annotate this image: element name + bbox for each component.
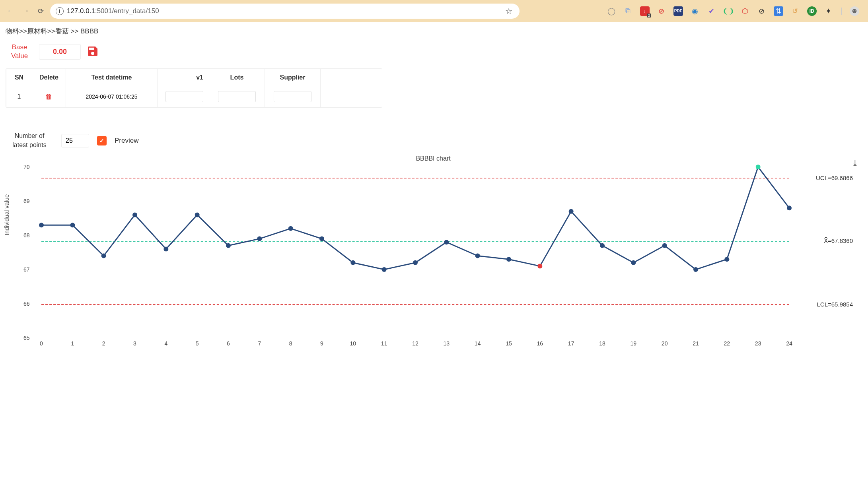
ext-hex-icon[interactable]: ⬡ — [740, 6, 750, 16]
v1-input[interactable] — [165, 91, 203, 102]
ext-arrows-icon[interactable]: ⇅ — [774, 6, 783, 16]
x-tick: 18 — [599, 340, 605, 347]
ext-noentry-icon[interactable]: ⊘ — [757, 6, 767, 16]
data-point[interactable] — [288, 226, 293, 231]
data-point[interactable] — [101, 254, 106, 258]
datetime-input[interactable] — [74, 91, 150, 102]
x-tick: 8 — [289, 340, 292, 347]
ext-puzzle-icon[interactable]: ✦ — [824, 6, 833, 16]
bookmark-star-icon[interactable]: ☆ — [505, 6, 512, 16]
x-tick: 5 — [196, 340, 199, 347]
chart-title: BBBBI chart — [6, 155, 861, 162]
data-table: SN Delete Test datetime v1 Lots Supplier… — [6, 68, 382, 108]
data-point[interactable] — [444, 240, 449, 244]
x-tick: 1 — [71, 340, 74, 347]
x-tick: 15 — [506, 340, 512, 347]
x-tick: 6 — [227, 340, 230, 347]
data-point[interactable] — [693, 267, 698, 272]
address-bar[interactable]: i 127.0.0.1:5001/entry_data/150 ☆ — [50, 4, 520, 19]
x-tick: 12 — [412, 340, 418, 347]
preview-controls: Number oflatest points ✓ Preview — [6, 132, 862, 149]
y-tick: 65 — [23, 335, 30, 341]
ext-circle-icon[interactable]: ◯ — [607, 6, 616, 16]
data-point[interactable] — [226, 243, 231, 248]
x-tick: 11 — [381, 340, 387, 347]
data-point[interactable] — [724, 257, 729, 262]
x-tick: 13 — [444, 340, 450, 347]
data-point[interactable] — [537, 264, 542, 268]
ext-brackets-icon[interactable]: ❨❩ — [724, 6, 733, 16]
th-supplier: Supplier — [265, 69, 321, 86]
x-tick: 17 — [568, 340, 574, 347]
data-point[interactable] — [413, 260, 418, 265]
data-point[interactable] — [132, 212, 137, 217]
base-value-label: BaseValue — [6, 43, 33, 60]
plot-area: 6566676869700123456789101112131415161718… — [41, 167, 789, 338]
supplier-input[interactable] — [274, 91, 311, 102]
data-point[interactable] — [70, 223, 75, 227]
th-delete: Delete — [32, 69, 66, 86]
th-datetime: Test datetime — [66, 69, 158, 86]
x-tick: 16 — [537, 340, 543, 347]
series-svg — [41, 167, 789, 338]
url-text: 127.0.0.1:5001/entry_data/150 — [67, 7, 502, 15]
latest-points-input[interactable] — [61, 134, 89, 147]
data-point[interactable] — [569, 209, 574, 214]
ext-translate-icon[interactable]: ⧉ — [623, 6, 633, 16]
x-tick: 9 — [320, 340, 323, 347]
data-point[interactable] — [319, 237, 324, 241]
th-v1: v1 — [158, 69, 209, 86]
back-button[interactable]: ← — [5, 6, 16, 17]
x-tick: 24 — [786, 340, 792, 347]
profile-avatar-icon[interactable]: ☻ — [850, 6, 859, 16]
series-line — [41, 167, 789, 270]
y-tick: 69 — [23, 198, 30, 204]
data-point[interactable] — [600, 243, 605, 248]
data-point[interactable] — [475, 254, 480, 258]
ext-block-icon[interactable]: ⊘ — [657, 6, 666, 16]
th-lots: Lots — [209, 69, 265, 86]
delete-row-button[interactable]: 🗑 — [45, 93, 53, 101]
y-tick: 66 — [23, 301, 30, 307]
lcl-label: LCL=65.9854 — [817, 301, 853, 308]
x-tick: 0 — [40, 340, 43, 347]
data-point[interactable] — [350, 260, 355, 265]
ext-separator: | — [841, 6, 843, 16]
breadcrumb: 物料>>原材料>>香菇 >> BBBB — [6, 27, 862, 36]
base-value-row: BaseValue — [6, 40, 862, 68]
site-info-icon[interactable]: i — [56, 7, 64, 15]
x-tick: 14 — [475, 340, 481, 347]
preview-checkbox[interactable]: ✓ — [97, 136, 107, 145]
ext-check-icon[interactable]: ✔ — [707, 6, 716, 16]
data-point[interactable] — [195, 212, 200, 217]
save-button[interactable] — [86, 45, 99, 59]
data-point[interactable] — [257, 237, 262, 241]
data-point[interactable] — [382, 267, 387, 272]
x-tick: 10 — [350, 340, 356, 347]
ext-pdf-icon[interactable]: PDF — [673, 6, 683, 16]
base-value-input[interactable] — [39, 44, 81, 60]
latest-points-label: Number oflatest points — [6, 132, 53, 149]
ext-id-icon[interactable]: ID — [807, 6, 817, 16]
data-point[interactable] — [506, 257, 511, 262]
x-tick: 20 — [662, 340, 668, 347]
page-content: 物料>>原材料>>香菇 >> BBBB BaseValue SN Delete … — [0, 22, 868, 353]
ext-swirl-icon[interactable]: ◉ — [690, 6, 700, 16]
lots-input[interactable] — [218, 91, 256, 102]
data-point[interactable] — [39, 223, 44, 227]
reload-button[interactable]: ⟳ — [35, 6, 46, 17]
forward-button[interactable]: → — [20, 6, 31, 17]
data-point[interactable] — [756, 165, 761, 169]
data-point[interactable] — [787, 206, 792, 210]
x-tick: 22 — [724, 340, 730, 347]
ext-red-badge-icon[interactable]: ↓2 — [640, 6, 650, 16]
data-point[interactable] — [163, 246, 168, 251]
data-point[interactable] — [631, 260, 636, 265]
cell-sn: 1 — [6, 86, 32, 107]
y-tick: 68 — [23, 232, 30, 239]
control-chart: BBBBI chart ⤓ Individual value 656667686… — [6, 155, 861, 348]
chart-download-button[interactable]: ⤓ — [852, 158, 858, 168]
ext-history-icon[interactable]: ↺ — [790, 6, 800, 16]
data-point[interactable] — [662, 243, 667, 248]
x-tick: 7 — [258, 340, 261, 347]
